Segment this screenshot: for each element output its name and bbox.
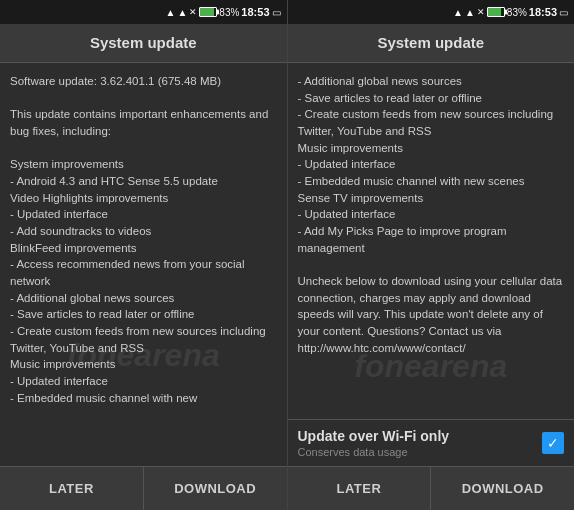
signal-icon: ▲: [177, 7, 187, 18]
left-panel-header: System update: [0, 24, 287, 63]
right-panel-title: System update: [377, 34, 484, 51]
wifi-label: Update over Wi-Fi only: [298, 428, 450, 444]
right-panel-header: System update: [288, 24, 575, 63]
status-bar-left: ▲ ▲ ✕ 83% 18:53 ▭: [0, 0, 287, 24]
left-download-button[interactable]: DOWNLOAD: [144, 467, 287, 510]
x-icon: ✕: [189, 7, 197, 17]
status-bars: ▲ ▲ ✕ 83% 18:53 ▭ ▲ ▲ ✕ 83% 18:53 ▭: [0, 0, 574, 24]
wifi-section[interactable]: Update over Wi-Fi only Conserves data us…: [288, 419, 575, 466]
wifi-checkbox[interactable]: ✓: [542, 432, 564, 454]
battery-percent-right: 83%: [507, 7, 527, 18]
wifi-row: Update over Wi-Fi only Conserves data us…: [298, 428, 565, 458]
right-panel: System update - Additional global news s…: [288, 24, 575, 510]
status-bar-right: ▲ ▲ ✕ 83% 18:53 ▭: [288, 0, 575, 24]
wifi-icon: ▲: [166, 7, 176, 18]
right-download-button[interactable]: DOWNLOAD: [431, 467, 574, 510]
checkbox-check-icon: ✓: [547, 436, 559, 450]
battery-icon: [199, 7, 217, 17]
right-later-button[interactable]: LATER: [288, 467, 432, 510]
main-panels: System update Software update: 3.62.401.…: [0, 24, 574, 510]
x-icon-right: ✕: [477, 7, 485, 17]
wifi-sublabel: Conserves data usage: [298, 446, 450, 458]
right-panel-text: - Additional global news sources - Save …: [298, 75, 563, 354]
left-panel-footer: LATER DOWNLOAD: [0, 466, 287, 510]
notification-icon-left: ▭: [272, 7, 281, 18]
wifi-text-group: Update over Wi-Fi only Conserves data us…: [298, 428, 450, 458]
left-panel-title: System update: [90, 34, 197, 51]
left-panel-text: Software update: 3.62.401.1 (675.48 MB) …: [10, 75, 268, 404]
left-spacer: [0, 408, 287, 466]
signal-icon-right: ▲: [465, 7, 475, 18]
watermark-left: fonearena: [67, 332, 220, 378]
left-status-icons: ▲ ▲ ✕ 83% 18:53 ▭: [166, 6, 281, 18]
right-panel-content: - Additional global news sources - Save …: [288, 63, 575, 419]
battery-percent-left: 83%: [219, 7, 239, 18]
wifi-icon-right: ▲: [453, 7, 463, 18]
notification-icon-right: ▭: [559, 7, 568, 18]
battery-icon-right: [487, 7, 505, 17]
right-panel-footer: LATER DOWNLOAD: [288, 466, 575, 510]
time-right: 18:53: [529, 6, 557, 18]
left-later-button[interactable]: LATER: [0, 467, 144, 510]
left-panel-content: Software update: 3.62.401.1 (675.48 MB) …: [0, 63, 287, 408]
right-status-icons: ▲ ▲ ✕ 83% 18:53 ▭: [453, 6, 568, 18]
left-panel: System update Software update: 3.62.401.…: [0, 24, 288, 510]
time-left: 18:53: [241, 6, 269, 18]
